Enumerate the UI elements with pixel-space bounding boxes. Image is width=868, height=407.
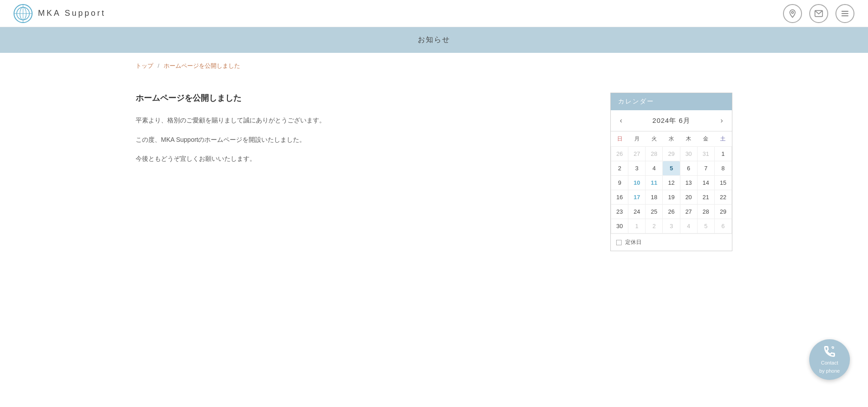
calendar-day-cell: 29 [714,205,731,219]
calendar-widget: カレンダー ‹ 2024年 6月 › 日 月 火 水 木 金 土 [610,93,732,251]
calendar-day-cell: 15 [714,176,731,190]
calendar-day-cell: 20 [680,190,697,205]
weekday-thu: 木 [680,131,697,147]
calendar-day-cell: 19 [663,190,680,205]
breadcrumb-separator: / [158,62,160,69]
calendar-day-cell: 22 [714,190,731,205]
calendar-day-cell: 5 [663,161,680,176]
weekday-wed: 水 [663,131,680,147]
weekday-tue: 火 [646,131,663,147]
calendar-month-title: 2024年 6月 [652,117,690,125]
calendar-day-cell: 2 [646,219,663,234]
legend-label: 定休日 [625,239,642,246]
location-button[interactable] [783,4,802,23]
calendar-day-cell: 13 [680,176,697,190]
calendar-day-cell: 25 [646,205,663,219]
article-paragraph-1: 平素より、格別のご愛顧を賜りまして誠にありがとうございます。 [136,114,583,126]
logo-icon [14,4,33,23]
calendar-thead: 日 月 火 水 木 金 土 [611,131,732,147]
calendar-label: カレンダー [611,93,732,110]
calendar-day-cell: 17 [628,190,646,205]
article-paragraph-3: 今後ともどうぞ宜しくお願いいたします。 [136,153,583,165]
calendar-day-cell: 5 [697,219,714,234]
weekday-sat: 土 [714,131,731,147]
calendar-day-cell: 29 [663,147,680,161]
svg-point-5 [792,11,793,13]
calendar-weekday-row: 日 月 火 水 木 金 土 [611,131,732,147]
calendar-day-cell: 7 [697,161,714,176]
calendar-day-cell: 18 [646,190,663,205]
calendar-week-row: 2345678 [611,161,732,176]
banner-title: お知らせ [418,36,450,43]
calendar-day-cell: 4 [646,161,663,176]
weekday-mon: 月 [628,131,646,147]
calendar-day-cell: 9 [611,176,628,190]
sidebar: カレンダー ‹ 2024年 6月 › 日 月 火 水 木 金 土 [610,93,732,291]
calendar-day-cell: 21 [697,190,714,205]
calendar-day-cell: 3 [628,161,646,176]
article-body: 平素より、格別のご愛顧を賜りまして誠にありがとうございます。 この度、MKA S… [136,114,583,165]
calendar-day-cell: 23 [611,205,628,219]
mail-icon [814,9,823,18]
header: MKA Support [0,0,868,27]
calendar-day-cell: 28 [697,205,714,219]
article-paragraph-2: この度、MKA Supportのホームページを開設いたしました。 [136,134,583,146]
article-title: ホームページを公開しました [136,93,583,103]
main-content: ホームページを公開しました 平素より、格別のご愛顧を賜りまして誠にありがとうござ… [0,79,868,305]
calendar-day-cell: 2 [611,161,628,176]
calendar-day-cell: 16 [611,190,628,205]
calendar-day-cell: 1 [714,147,731,161]
breadcrumb-current-link[interactable]: ホームページを公開しました [164,62,240,69]
calendar-prev-button[interactable]: ‹ [616,115,626,126]
calendar-day-cell: 27 [680,205,697,219]
breadcrumb-top-link[interactable]: トップ [136,62,153,69]
calendar-week-row: 9101112131415 [611,176,732,190]
breadcrumb: トップ / ホームページを公開しました [0,53,868,79]
calendar-day-cell: 30 [680,147,697,161]
article-area: ホームページを公開しました 平素より、格別のご愛顧を賜りまして誠にありがとうござ… [136,93,583,291]
calendar-table: 日 月 火 水 木 金 土 26272829303112345678910111… [611,131,732,234]
calendar-week-row: 16171819202122 [611,190,732,205]
calendar-day-cell: 12 [663,176,680,190]
calendar-day-cell: 10 [628,176,646,190]
calendar-day-cell: 28 [646,147,663,161]
weekday-sun: 日 [611,131,628,147]
calendar-day-cell: 6 [680,161,697,176]
weekday-fri: 金 [697,131,714,147]
calendar-footer: 定休日 [611,234,732,251]
calendar-day-cell: 8 [714,161,731,176]
calendar-day-cell: 30 [611,219,628,234]
calendar-day-cell: 6 [714,219,731,234]
calendar-week-row: 30123456 [611,219,732,234]
page-banner: お知らせ [0,27,868,53]
calendar-day-cell: 26 [663,205,680,219]
logo-area: MKA Support [14,4,106,23]
calendar-day-cell: 3 [663,219,680,234]
logo-text: MKA Support [38,9,106,18]
calendar-week-row: 23242526272829 [611,205,732,219]
mail-button[interactable] [809,4,828,23]
calendar-day-cell: 31 [697,147,714,161]
calendar-day-cell: 14 [697,176,714,190]
calendar-week-row: 2627282930311 [611,147,732,161]
location-icon [788,9,797,18]
legend-box [616,240,622,245]
calendar-day-cell: 4 [680,219,697,234]
calendar-day-cell: 26 [611,147,628,161]
calendar-day-cell: 1 [628,219,646,234]
calendar-next-button[interactable]: › [717,115,726,126]
header-icons [783,4,854,23]
calendar-day-cell: 27 [628,147,646,161]
calendar-nav: ‹ 2024年 6月 › [611,110,732,131]
calendar-tbody: 2627282930311234567891011121314151617181… [611,147,732,234]
menu-icon [840,9,849,18]
calendar-day-cell: 24 [628,205,646,219]
menu-button[interactable] [835,4,854,23]
calendar-day-cell: 11 [646,176,663,190]
